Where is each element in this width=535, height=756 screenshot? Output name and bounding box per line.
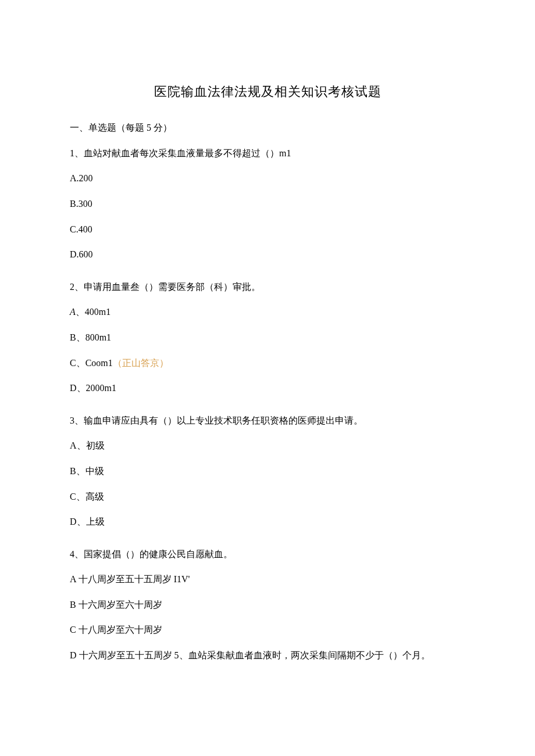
q1-option-d: D.600	[70, 247, 465, 262]
q2-stem: 2、申请用血量叁（）需要医务部（科）审批。	[70, 280, 465, 295]
q1-option-c: C.400	[70, 222, 465, 237]
section-header: 一、单选题（每题 5 分）	[70, 120, 465, 135]
q4-option-b: B 十六周岁至六十周岁	[70, 597, 465, 612]
q2-option-a: A、400m1	[70, 304, 465, 320]
document-title: 医院输血法律法规及相关知识考核试题	[70, 81, 465, 102]
q3-option-a: A、初级	[70, 438, 465, 453]
q3-option-b: B、中级	[70, 464, 465, 479]
q2-option-a-rest: 、400m1	[76, 307, 110, 317]
q1-option-a: A.200	[70, 171, 465, 186]
q1-option-b: B.300	[70, 196, 465, 212]
q1-stem: 1、血站对献血者每次采集血液量最多不得超过（）m1	[70, 146, 465, 161]
document-page: 医院输血法律法规及相关知识考核试题 一、单选题（每题 5 分） 1、血站对献血者…	[0, 0, 535, 708]
q2-option-d: D、2000m1	[70, 381, 465, 396]
q4-stem: 4、国家提倡（）的健康公民自愿献血。	[70, 547, 465, 562]
q2-option-c: C、Coom1（正山答京）	[70, 356, 465, 371]
q2-option-c-main: C、Coom1	[70, 358, 113, 368]
q3-option-c: C、高级	[70, 489, 465, 504]
q4-option-a: A 十八周岁至五十五周岁 I1V'	[70, 572, 465, 587]
q2-option-b: B、800m1	[70, 330, 465, 345]
q3-stem: 3、输血申请应由具有（）以上专业技术职务任职资格的医师提出申请。	[70, 413, 465, 428]
q4-option-d: D 十六周岁至五十五周岁 5、血站采集献血者血液时，两次采集间隔期不少于（）个月…	[70, 648, 465, 663]
q4-option-c: C 十八周岁至六十周岁	[70, 622, 465, 637]
q3-option-d: D、上级	[70, 514, 465, 529]
q2-option-a-prefix: A	[70, 307, 76, 317]
q2-option-c-hint: （正山答京）	[113, 358, 169, 368]
